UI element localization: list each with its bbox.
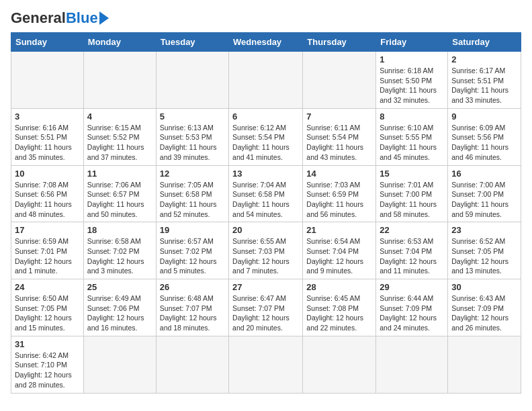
calendar-cell: 2Sunrise: 6:17 AM Sunset: 5:51 PM Daylig… — [448, 52, 521, 109]
day-number: 12 — [160, 169, 225, 179]
week-row-4: 17Sunrise: 6:59 AM Sunset: 7:01 PM Dayli… — [11, 222, 521, 279]
calendar-cell: 3Sunrise: 6:16 AM Sunset: 5:51 PM Daylig… — [11, 108, 84, 165]
logo-triangle-icon — [99, 11, 109, 25]
week-row-1: 1Sunrise: 6:18 AM Sunset: 5:50 PM Daylig… — [11, 52, 521, 109]
day-header-sunday: Sunday — [11, 33, 84, 52]
day-number: 10 — [15, 169, 80, 179]
day-number: 24 — [15, 282, 80, 292]
day-info: Sunrise: 6:12 AM Sunset: 5:54 PM Dayligh… — [232, 123, 299, 163]
day-info: Sunrise: 6:54 AM Sunset: 7:04 PM Dayligh… — [306, 236, 372, 276]
calendar-cell — [229, 52, 303, 109]
calendar-cell: 1Sunrise: 6:18 AM Sunset: 5:50 PM Daylig… — [376, 52, 448, 109]
calendar-cell: 8Sunrise: 6:10 AM Sunset: 5:55 PM Daylig… — [376, 108, 448, 165]
calendar-cell: 22Sunrise: 6:53 AM Sunset: 7:04 PM Dayli… — [376, 222, 448, 279]
day-number: 5 — [160, 111, 225, 122]
day-number: 15 — [380, 169, 444, 179]
calendar-cell: 17Sunrise: 6:59 AM Sunset: 7:01 PM Dayli… — [11, 222, 84, 279]
day-info: Sunrise: 6:44 AM Sunset: 7:09 PM Dayligh… — [380, 293, 444, 333]
day-info: Sunrise: 6:15 AM Sunset: 5:52 PM Dayligh… — [87, 123, 152, 163]
day-header-wednesday: Wednesday — [229, 33, 303, 52]
calendar-cell: 27Sunrise: 6:47 AM Sunset: 7:07 PM Dayli… — [229, 279, 303, 336]
calendar-cell: 4Sunrise: 6:15 AM Sunset: 5:52 PM Daylig… — [83, 108, 156, 165]
day-number: 4 — [87, 111, 152, 122]
day-number: 16 — [451, 169, 517, 179]
day-info: Sunrise: 6:16 AM Sunset: 5:51 PM Dayligh… — [15, 123, 80, 163]
calendar-table: SundayMondayTuesdayWednesdayThursdayFrid… — [11, 32, 521, 394]
day-info: Sunrise: 6:09 AM Sunset: 5:56 PM Dayligh… — [451, 123, 517, 163]
day-info: Sunrise: 6:48 AM Sunset: 7:07 PM Dayligh… — [160, 293, 225, 333]
day-info: Sunrise: 6:18 AM Sunset: 5:50 PM Dayligh… — [380, 66, 444, 105]
day-info: Sunrise: 6:45 AM Sunset: 7:08 PM Dayligh… — [306, 293, 372, 333]
day-number: 21 — [306, 225, 372, 235]
day-header-thursday: Thursday — [303, 33, 376, 52]
day-number: 7 — [306, 111, 372, 122]
day-info: Sunrise: 6:47 AM Sunset: 7:07 PM Dayligh… — [232, 293, 299, 333]
day-number: 23 — [451, 225, 517, 235]
page-container: GeneralBlue SundayMondayTuesdayWednesday… — [11, 11, 521, 394]
calendar-cell — [303, 336, 376, 393]
week-row-2: 3Sunrise: 6:16 AM Sunset: 5:51 PM Daylig… — [11, 108, 521, 165]
calendar-cell: 12Sunrise: 7:05 AM Sunset: 6:58 PM Dayli… — [156, 165, 228, 222]
calendar-cell: 29Sunrise: 6:44 AM Sunset: 7:09 PM Dayli… — [376, 279, 448, 336]
day-info: Sunrise: 6:13 AM Sunset: 5:53 PM Dayligh… — [160, 123, 225, 163]
logo-line: GeneralBlue — [11, 11, 109, 26]
day-info: Sunrise: 6:49 AM Sunset: 7:06 PM Dayligh… — [87, 293, 152, 333]
day-number: 1 — [380, 54, 444, 64]
calendar-cell: 9Sunrise: 6:09 AM Sunset: 5:56 PM Daylig… — [448, 108, 521, 165]
calendar-cell: 11Sunrise: 7:06 AM Sunset: 6:57 PM Dayli… — [83, 165, 156, 222]
day-number: 14 — [306, 169, 372, 179]
day-info: Sunrise: 7:05 AM Sunset: 6:58 PM Dayligh… — [160, 180, 225, 220]
day-number: 25 — [87, 282, 152, 292]
day-number: 3 — [15, 111, 80, 122]
logo-blue: Blue — [66, 9, 98, 26]
day-number: 20 — [232, 225, 299, 235]
day-header-saturday: Saturday — [448, 33, 521, 52]
day-info: Sunrise: 7:04 AM Sunset: 6:58 PM Dayligh… — [232, 180, 299, 220]
day-info: Sunrise: 6:43 AM Sunset: 7:09 PM Dayligh… — [451, 293, 517, 333]
calendar-cell: 15Sunrise: 7:01 AM Sunset: 7:00 PM Dayli… — [376, 165, 448, 222]
calendar-cell: 24Sunrise: 6:50 AM Sunset: 7:05 PM Dayli… — [11, 279, 84, 336]
day-header-tuesday: Tuesday — [156, 33, 228, 52]
calendar-cell: 26Sunrise: 6:48 AM Sunset: 7:07 PM Dayli… — [156, 279, 228, 336]
calendar-cell: 14Sunrise: 7:03 AM Sunset: 6:59 PM Dayli… — [303, 165, 376, 222]
day-info: Sunrise: 6:55 AM Sunset: 7:03 PM Dayligh… — [232, 236, 299, 276]
day-number: 19 — [160, 225, 225, 235]
calendar-cell: 25Sunrise: 6:49 AM Sunset: 7:06 PM Dayli… — [83, 279, 156, 336]
day-info: Sunrise: 6:17 AM Sunset: 5:51 PM Dayligh… — [451, 66, 517, 105]
logo-text: GeneralBlue — [11, 11, 98, 26]
week-row-3: 10Sunrise: 7:08 AM Sunset: 6:56 PM Dayli… — [11, 165, 521, 222]
day-info: Sunrise: 6:42 AM Sunset: 7:10 PM Dayligh… — [15, 351, 80, 390]
day-number: 26 — [160, 282, 225, 292]
day-info: Sunrise: 6:10 AM Sunset: 5:55 PM Dayligh… — [380, 123, 444, 163]
day-header-monday: Monday — [83, 33, 156, 52]
calendar-cell — [376, 336, 448, 393]
day-number: 27 — [232, 282, 299, 292]
calendar-cell — [156, 52, 228, 109]
logo-area: GeneralBlue — [11, 11, 109, 26]
calendar-cell: 31Sunrise: 6:42 AM Sunset: 7:10 PM Dayli… — [11, 336, 84, 393]
logo-general: General — [11, 9, 66, 26]
calendar-cell — [83, 52, 156, 109]
day-info: Sunrise: 6:58 AM Sunset: 7:02 PM Dayligh… — [87, 236, 152, 276]
day-number: 17 — [15, 225, 80, 235]
day-info: Sunrise: 6:59 AM Sunset: 7:01 PM Dayligh… — [15, 236, 80, 276]
day-info: Sunrise: 7:00 AM Sunset: 7:00 PM Dayligh… — [451, 180, 517, 220]
week-row-5: 24Sunrise: 6:50 AM Sunset: 7:05 PM Dayli… — [11, 279, 521, 336]
calendar-cell: 10Sunrise: 7:08 AM Sunset: 6:56 PM Dayli… — [11, 165, 84, 222]
day-number: 22 — [380, 225, 444, 235]
day-info: Sunrise: 7:01 AM Sunset: 7:00 PM Dayligh… — [380, 180, 444, 220]
calendar-cell — [156, 336, 228, 393]
day-number: 29 — [380, 282, 444, 292]
day-number: 9 — [451, 111, 517, 122]
calendar-cell — [448, 336, 521, 393]
day-info: Sunrise: 7:06 AM Sunset: 6:57 PM Dayligh… — [87, 180, 152, 220]
calendar-cell — [11, 52, 84, 109]
day-number: 6 — [232, 111, 299, 122]
day-info: Sunrise: 6:53 AM Sunset: 7:04 PM Dayligh… — [380, 236, 444, 276]
header: GeneralBlue — [11, 11, 521, 26]
day-info: Sunrise: 6:52 AM Sunset: 7:05 PM Dayligh… — [451, 236, 517, 276]
calendar-cell: 13Sunrise: 7:04 AM Sunset: 6:58 PM Dayli… — [229, 165, 303, 222]
calendar-cell: 23Sunrise: 6:52 AM Sunset: 7:05 PM Dayli… — [448, 222, 521, 279]
day-info: Sunrise: 6:50 AM Sunset: 7:05 PM Dayligh… — [15, 293, 80, 333]
calendar-cell — [83, 336, 156, 393]
